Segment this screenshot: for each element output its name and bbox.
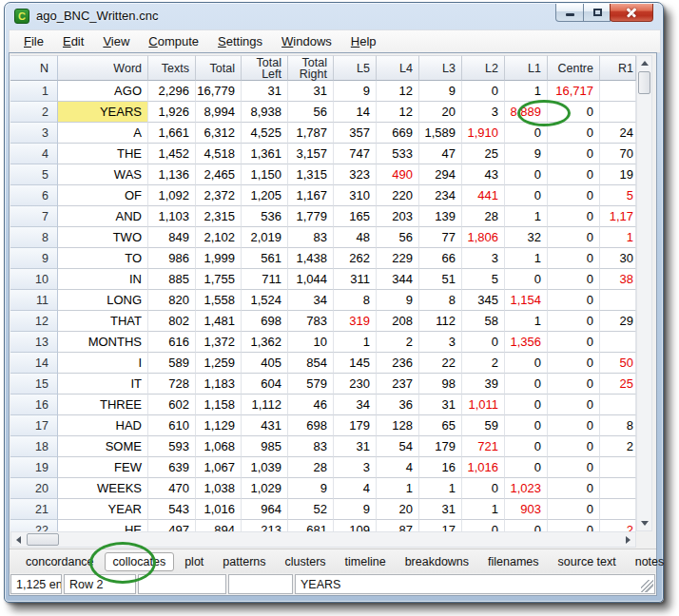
- cell[interactable]: 2: [462, 353, 505, 374]
- row-number[interactable]: 8: [10, 227, 58, 248]
- row-number[interactable]: 14: [10, 353, 58, 374]
- tab-patterns[interactable]: patterns: [214, 552, 274, 571]
- cell[interactable]: 16,717: [548, 81, 600, 102]
- cell[interactable]: 12: [377, 81, 419, 102]
- cell[interactable]: 16,779: [196, 81, 242, 102]
- cell[interactable]: HAD: [58, 415, 148, 436]
- cell[interactable]: 43: [462, 164, 505, 185]
- cell[interactable]: 1,481: [196, 311, 242, 332]
- cell[interactable]: 681: [288, 520, 334, 531]
- cell[interactable]: YEAR: [58, 499, 148, 520]
- close-button[interactable]: [610, 4, 653, 22]
- cell[interactable]: A: [58, 123, 148, 144]
- cell[interactable]: 128: [377, 415, 419, 436]
- cell[interactable]: 431: [242, 415, 288, 436]
- cell[interactable]: 2,315: [196, 206, 242, 227]
- cell[interactable]: 109: [334, 520, 377, 531]
- cell[interactable]: 4,518: [196, 144, 242, 164]
- horizontal-scroll-thumb[interactable]: [27, 533, 59, 546]
- cell[interactable]: 145: [334, 353, 377, 374]
- cell[interactable]: MONTHS: [58, 332, 148, 353]
- column-header-centre[interactable]: Centre: [548, 55, 600, 81]
- cell[interactable]: 8: [334, 290, 377, 311]
- tab-breakdowns[interactable]: breakdowns: [397, 552, 477, 571]
- cell[interactable]: OF: [58, 185, 148, 206]
- cell[interactable]: 9: [419, 81, 462, 102]
- cell[interactable]: LONG: [58, 290, 148, 311]
- cell[interactable]: 14: [334, 102, 377, 123]
- cell[interactable]: [600, 395, 636, 415]
- cell[interactable]: 1,183: [196, 374, 242, 395]
- cell[interactable]: 1: [505, 311, 548, 332]
- cell[interactable]: 31: [419, 395, 462, 415]
- cell[interactable]: 5: [600, 185, 636, 206]
- cell[interactable]: [600, 457, 636, 478]
- cell[interactable]: 1,910: [462, 123, 505, 144]
- cell[interactable]: 236: [377, 353, 419, 374]
- cell[interactable]: 213: [242, 520, 288, 531]
- cell[interactable]: 721: [462, 436, 505, 457]
- cell[interactable]: 311: [334, 269, 377, 290]
- cell[interactable]: 0: [548, 227, 600, 248]
- cell[interactable]: 1,361: [242, 144, 288, 164]
- cell[interactable]: 1,029: [242, 478, 288, 499]
- cell[interactable]: 1,039: [242, 457, 288, 478]
- cell[interactable]: 0: [505, 457, 548, 478]
- row-number[interactable]: 21: [10, 499, 58, 520]
- cell[interactable]: 1: [505, 206, 548, 227]
- tab-filenames[interactable]: filenames: [479, 552, 548, 571]
- cell[interactable]: 65: [419, 415, 462, 436]
- cell[interactable]: 1,362: [242, 332, 288, 353]
- tab-notes[interactable]: notes: [627, 552, 673, 571]
- cell[interactable]: 32: [505, 227, 548, 248]
- cell[interactable]: 2: [600, 520, 636, 531]
- cell[interactable]: IN: [58, 269, 148, 290]
- cell[interactable]: TWO: [58, 227, 148, 248]
- cell[interactable]: 237: [377, 374, 419, 395]
- cell[interactable]: 1,999: [196, 248, 242, 269]
- cell[interactable]: 1,17: [600, 206, 636, 227]
- row-number[interactable]: 19: [10, 457, 58, 478]
- column-header-l2[interactable]: L2: [462, 55, 505, 81]
- cell[interactable]: 0: [462, 332, 505, 353]
- cell[interactable]: 1,806: [462, 227, 505, 248]
- cell[interactable]: 310: [334, 185, 377, 206]
- cell[interactable]: 0: [505, 164, 548, 185]
- cell[interactable]: 747: [334, 144, 377, 164]
- cell[interactable]: SOME: [58, 436, 148, 457]
- cell[interactable]: 29: [600, 311, 636, 332]
- cell[interactable]: 610: [148, 415, 196, 436]
- cell[interactable]: 1,136: [148, 164, 196, 185]
- minimize-button[interactable]: [555, 4, 584, 22]
- cell[interactable]: 602: [148, 395, 196, 415]
- row-number[interactable]: 9: [10, 248, 58, 269]
- column-header-l1[interactable]: L1: [505, 55, 548, 81]
- cell[interactable]: 1,112: [242, 395, 288, 415]
- cell[interactable]: THREE: [58, 395, 148, 415]
- cell[interactable]: 58: [462, 311, 505, 332]
- cell[interactable]: 2: [377, 332, 419, 353]
- tab-source-text[interactable]: source text: [550, 552, 625, 571]
- cell[interactable]: 0: [548, 353, 600, 374]
- row-number[interactable]: 13: [10, 332, 58, 353]
- cell[interactable]: 83: [288, 436, 334, 457]
- cell[interactable]: 4,525: [242, 123, 288, 144]
- cell[interactable]: 20: [419, 102, 462, 123]
- cell[interactable]: IT: [58, 374, 148, 395]
- cell[interactable]: THE: [58, 144, 148, 164]
- cell[interactable]: I: [58, 353, 148, 374]
- cell[interactable]: 0: [548, 478, 600, 499]
- cell[interactable]: 98: [419, 374, 462, 395]
- cell[interactable]: 0: [548, 374, 600, 395]
- cell[interactable]: 5: [462, 269, 505, 290]
- cell[interactable]: 698: [242, 311, 288, 332]
- cell[interactable]: WAS: [58, 164, 148, 185]
- column-header-texts[interactable]: Texts: [148, 55, 196, 81]
- row-number[interactable]: 15: [10, 374, 58, 395]
- cell[interactable]: 30: [600, 248, 636, 269]
- cell[interactable]: 8,938: [242, 102, 288, 123]
- cell[interactable]: 165: [334, 206, 377, 227]
- cell[interactable]: AGO: [58, 81, 148, 102]
- column-header-total-right[interactable]: Total Right: [288, 55, 334, 81]
- cell[interactable]: 561: [242, 248, 288, 269]
